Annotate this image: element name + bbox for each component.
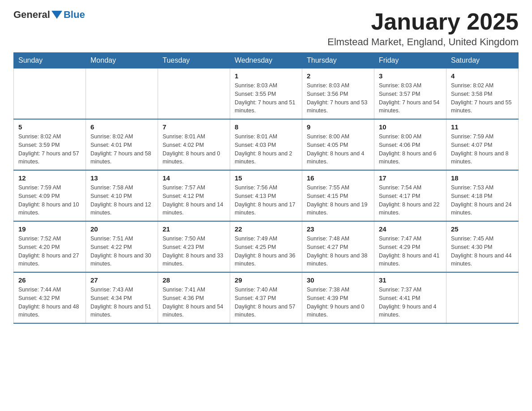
calendar-day-cell: 12Sunrise: 7:59 AMSunset: 4:09 PMDayligh… — [14, 170, 86, 221]
calendar-day-cell: 7Sunrise: 8:01 AMSunset: 4:02 PMDaylight… — [158, 119, 230, 170]
calendar-day-cell: 30Sunrise: 7:38 AMSunset: 4:39 PMDayligh… — [302, 272, 374, 323]
calendar-week-row: 1Sunrise: 8:03 AMSunset: 3:55 PMDaylight… — [14, 68, 519, 120]
calendar-day-cell: 9Sunrise: 8:00 AMSunset: 4:05 PMDaylight… — [302, 119, 374, 170]
calendar-day-cell: 17Sunrise: 7:54 AMSunset: 4:17 PMDayligh… — [374, 170, 446, 221]
logo: General Blue — [13, 9, 85, 21]
day-number: 22 — [235, 225, 297, 233]
day-info: Sunrise: 7:38 AMSunset: 4:39 PMDaylight:… — [307, 286, 369, 319]
day-info: Sunrise: 7:52 AMSunset: 4:20 PMDaylight:… — [18, 235, 81, 268]
calendar-day-cell: 21Sunrise: 7:50 AMSunset: 4:23 PMDayligh… — [158, 221, 230, 272]
day-info: Sunrise: 7:58 AMSunset: 4:10 PMDaylight:… — [90, 184, 153, 217]
calendar-week-row: 19Sunrise: 7:52 AMSunset: 4:20 PMDayligh… — [14, 221, 519, 272]
day-info: Sunrise: 7:54 AMSunset: 4:17 PMDaylight:… — [379, 184, 442, 217]
calendar-day-cell: 31Sunrise: 7:37 AMSunset: 4:41 PMDayligh… — [374, 272, 446, 323]
calendar-day-cell: 5Sunrise: 8:02 AMSunset: 3:59 PMDaylight… — [14, 119, 86, 170]
page-header: General Blue January 2025 Elmstead Marke… — [13, 9, 519, 48]
day-info: Sunrise: 8:03 AMSunset: 3:56 PMDaylight:… — [307, 81, 369, 115]
day-number: 24 — [379, 225, 442, 233]
day-info: Sunrise: 8:03 AMSunset: 3:57 PMDaylight:… — [379, 81, 442, 115]
day-number: 20 — [90, 225, 153, 233]
day-info: Sunrise: 7:57 AMSunset: 4:12 PMDaylight:… — [163, 184, 225, 217]
day-number: 19 — [18, 225, 81, 233]
calendar-day-cell: 18Sunrise: 7:53 AMSunset: 4:18 PMDayligh… — [446, 170, 519, 221]
day-number: 15 — [235, 174, 297, 182]
calendar-day-cell: 19Sunrise: 7:52 AMSunset: 4:20 PMDayligh… — [14, 221, 86, 272]
calendar-day-cell: 29Sunrise: 7:40 AMSunset: 4:37 PMDayligh… — [230, 272, 302, 323]
day-info: Sunrise: 7:49 AMSunset: 4:25 PMDaylight:… — [235, 235, 297, 268]
day-number: 28 — [163, 276, 225, 284]
calendar-day-cell: 6Sunrise: 8:02 AMSunset: 4:01 PMDaylight… — [86, 119, 158, 170]
day-info: Sunrise: 7:55 AMSunset: 4:15 PMDaylight:… — [307, 184, 369, 217]
title-area: January 2025 Elmstead Market, England, U… — [327, 9, 519, 48]
day-number: 9 — [307, 123, 369, 131]
day-info: Sunrise: 7:37 AMSunset: 4:41 PMDaylight:… — [379, 286, 442, 319]
day-of-week-header: Thursday — [302, 53, 374, 68]
logo-blue-text: Blue — [64, 9, 85, 21]
day-number: 26 — [18, 276, 81, 284]
calendar-day-cell: 24Sunrise: 7:47 AMSunset: 4:29 PMDayligh… — [374, 221, 446, 272]
day-info: Sunrise: 7:43 AMSunset: 4:34 PMDaylight:… — [90, 286, 153, 319]
day-number: 1 — [235, 72, 297, 80]
day-of-week-header: Saturday — [446, 53, 519, 68]
day-number: 8 — [235, 123, 297, 131]
day-info: Sunrise: 8:00 AMSunset: 4:06 PMDaylight:… — [379, 133, 442, 166]
day-number: 13 — [90, 174, 153, 182]
day-number: 10 — [379, 123, 442, 131]
day-of-week-header: Monday — [86, 53, 158, 68]
calendar-day-cell: 4Sunrise: 8:02 AMSunset: 3:58 PMDaylight… — [446, 68, 519, 120]
logo-triangle-icon — [51, 11, 62, 19]
day-info: Sunrise: 8:01 AMSunset: 4:03 PMDaylight:… — [235, 133, 297, 166]
month-title: January 2025 — [327, 9, 519, 34]
day-number: 29 — [235, 276, 297, 284]
calendar-day-cell: 23Sunrise: 7:48 AMSunset: 4:27 PMDayligh… — [302, 221, 374, 272]
day-number: 6 — [90, 123, 153, 131]
day-info: Sunrise: 8:02 AMSunset: 4:01 PMDaylight:… — [90, 133, 153, 166]
day-info: Sunrise: 7:59 AMSunset: 4:07 PMDaylight:… — [451, 133, 514, 166]
day-number: 25 — [451, 225, 514, 233]
day-of-week-header: Tuesday — [158, 53, 230, 68]
calendar-day-cell: 2Sunrise: 8:03 AMSunset: 3:56 PMDaylight… — [302, 68, 374, 120]
calendar-day-cell: 10Sunrise: 8:00 AMSunset: 4:06 PMDayligh… — [374, 119, 446, 170]
location-title: Elmstead Market, England, United Kingdom — [327, 36, 519, 48]
calendar-day-cell — [446, 272, 519, 323]
day-number: 17 — [379, 174, 442, 182]
day-number: 7 — [163, 123, 225, 131]
day-number: 23 — [307, 225, 369, 233]
day-number: 21 — [163, 225, 225, 233]
day-info: Sunrise: 7:50 AMSunset: 4:23 PMDaylight:… — [163, 235, 225, 268]
day-number: 4 — [451, 72, 514, 80]
day-of-week-header: Wednesday — [230, 53, 302, 68]
day-info: Sunrise: 7:51 AMSunset: 4:22 PMDaylight:… — [90, 235, 153, 268]
day-info: Sunrise: 8:02 AMSunset: 3:58 PMDaylight:… — [451, 81, 514, 115]
calendar-week-row: 12Sunrise: 7:59 AMSunset: 4:09 PMDayligh… — [14, 170, 519, 221]
day-of-week-header: Sunday — [14, 53, 86, 68]
day-number: 16 — [307, 174, 369, 182]
day-info: Sunrise: 8:01 AMSunset: 4:02 PMDaylight:… — [163, 133, 225, 166]
calendar-week-row: 5Sunrise: 8:02 AMSunset: 3:59 PMDaylight… — [14, 119, 519, 170]
calendar-day-cell: 26Sunrise: 7:44 AMSunset: 4:32 PMDayligh… — [14, 272, 86, 323]
calendar-day-cell: 16Sunrise: 7:55 AMSunset: 4:15 PMDayligh… — [302, 170, 374, 221]
day-number: 14 — [163, 174, 225, 182]
calendar-day-cell: 8Sunrise: 8:01 AMSunset: 4:03 PMDaylight… — [230, 119, 302, 170]
day-number: 3 — [379, 72, 442, 80]
day-number: 12 — [18, 174, 81, 182]
calendar-day-cell: 1Sunrise: 8:03 AMSunset: 3:55 PMDaylight… — [230, 68, 302, 120]
day-number: 30 — [307, 276, 369, 284]
calendar-day-cell: 14Sunrise: 7:57 AMSunset: 4:12 PMDayligh… — [158, 170, 230, 221]
day-number: 2 — [307, 72, 369, 80]
day-number: 27 — [90, 276, 153, 284]
day-info: Sunrise: 7:48 AMSunset: 4:27 PMDaylight:… — [307, 235, 369, 268]
calendar-day-cell: 20Sunrise: 7:51 AMSunset: 4:22 PMDayligh… — [86, 221, 158, 272]
day-info: Sunrise: 8:03 AMSunset: 3:55 PMDaylight:… — [235, 81, 297, 115]
day-info: Sunrise: 7:59 AMSunset: 4:09 PMDaylight:… — [18, 184, 81, 217]
calendar-day-cell: 15Sunrise: 7:56 AMSunset: 4:13 PMDayligh… — [230, 170, 302, 221]
calendar-day-cell: 27Sunrise: 7:43 AMSunset: 4:34 PMDayligh… — [86, 272, 158, 323]
day-info: Sunrise: 7:56 AMSunset: 4:13 PMDaylight:… — [235, 184, 297, 217]
day-info: Sunrise: 7:41 AMSunset: 4:36 PMDaylight:… — [163, 286, 225, 319]
day-number: 11 — [451, 123, 514, 131]
calendar-day-cell: 28Sunrise: 7:41 AMSunset: 4:36 PMDayligh… — [158, 272, 230, 323]
day-info: Sunrise: 7:40 AMSunset: 4:37 PMDaylight:… — [235, 286, 297, 319]
day-number: 31 — [379, 276, 442, 284]
calendar-day-cell: 11Sunrise: 7:59 AMSunset: 4:07 PMDayligh… — [446, 119, 519, 170]
calendar-day-cell: 13Sunrise: 7:58 AMSunset: 4:10 PMDayligh… — [86, 170, 158, 221]
